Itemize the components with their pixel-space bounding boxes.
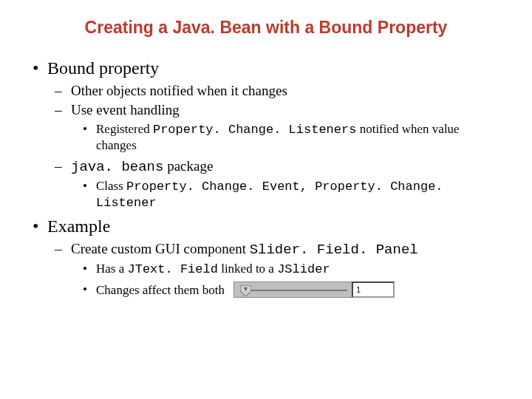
bullet-example: Example Create custom GUI component Slid… — [47, 216, 502, 298]
bullet-list-l2: Other objects notified when it changes U… — [47, 83, 502, 211]
value-textfield[interactable]: 1 — [352, 282, 395, 298]
bullet-use-event-handling: Use event handling — [71, 102, 502, 118]
bullet-bound-property: Bound property Other objects notified wh… — [47, 58, 502, 211]
slider-track — [248, 290, 347, 291]
text: Has a — [96, 262, 127, 276]
text: package — [163, 158, 213, 174]
code: Slider. Field. Panel — [250, 242, 418, 258]
text: Registered — [96, 122, 153, 136]
bullet-list-l1: Bound property Other objects notified wh… — [30, 58, 502, 298]
slide-title: Creating a Java. Bean with a Bound Prope… — [30, 18, 502, 38]
bullet-list-l3: Class Property. Change. Event, Property.… — [71, 178, 502, 211]
bullet-java-beans-package: java. beans package — [71, 158, 502, 175]
text: Bound property — [47, 58, 159, 78]
bullet-class-propertychange: Class Property. Change. Event, Property.… — [96, 178, 502, 211]
text: Example — [47, 216, 110, 236]
code: JSlider — [277, 262, 330, 276]
slider[interactable] — [233, 282, 352, 298]
bullet-other-objects: Other objects notified when it changes — [71, 83, 502, 99]
bullet-list-l2: Create custom GUI component Slider. Fiel… — [47, 241, 502, 298]
bullet-list-l3: Registered Property. Change. Listeners n… — [71, 121, 502, 154]
code: JText. Field — [127, 262, 217, 276]
text: Class — [96, 179, 126, 193]
slider-thumb-icon[interactable] — [240, 284, 251, 296]
bullet-has-textfield: Has a JText. Field linked to a JSlider — [96, 261, 502, 277]
code: java. beans — [71, 159, 163, 175]
slider-field-panel-widget: 1 — [233, 282, 395, 298]
text: Changes affect them both — [96, 282, 225, 298]
bullet-changes-affect-both: Changes affect them both — [96, 282, 502, 298]
text: linked to a — [218, 262, 277, 276]
bullet-list-l3: Has a JText. Field linked to a JSlider C… — [71, 261, 502, 298]
text: Create custom GUI component — [71, 241, 250, 256]
bullet-registered-listeners: Registered Property. Change. Listeners n… — [96, 121, 502, 154]
code: Property. Change. Listeners — [153, 123, 356, 137]
bullet-create-component: Create custom GUI component Slider. Fiel… — [71, 241, 502, 258]
code: Property. Change. Event, Property. Chang… — [96, 180, 443, 210]
